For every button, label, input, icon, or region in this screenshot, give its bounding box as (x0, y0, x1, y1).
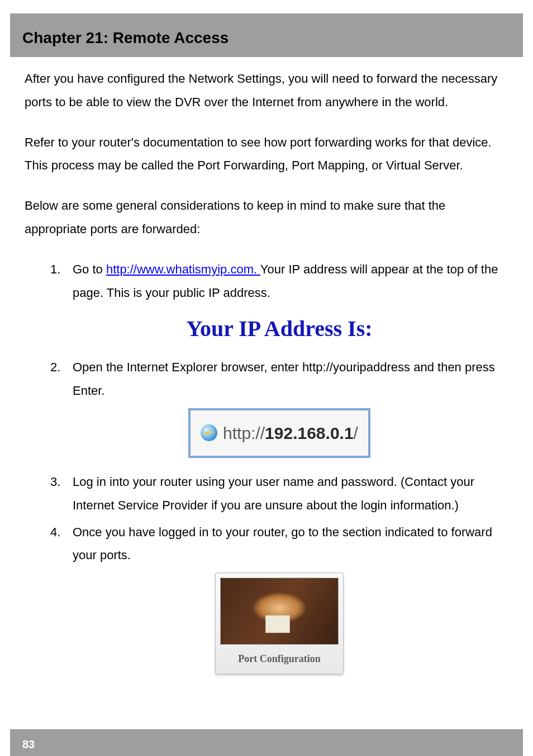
address-bar-figure: http://192.168.0.1/ (50, 408, 508, 458)
content-area: After you have configured the Network Se… (0, 57, 533, 674)
list-body: Open the Internet Explorer browser, ente… (73, 356, 508, 403)
paragraph-intro-3: Below are some general considerations to… (25, 194, 508, 241)
steps-list: 1. Go to http://www.whatismyip.com. Your… (25, 258, 508, 675)
list-number: 4. (50, 521, 73, 568)
list-number: 1. (50, 258, 73, 305)
list-item: 2. Open the Internet Explorer browser, e… (50, 356, 508, 403)
page: Chapter 21: Remote Access After you have… (0, 13, 533, 756)
browser-address-bar: http://192.168.0.1/ (188, 408, 370, 458)
page-number: 83 (22, 738, 35, 751)
url-suffix: / (354, 424, 358, 442)
port-config-image (220, 578, 339, 645)
port-config-card: Port Configuration (215, 573, 344, 674)
url-prefix: http:// (223, 424, 265, 442)
list-item: 3. Log in into your router using your us… (50, 470, 508, 517)
list-number: 3. (50, 470, 73, 517)
list-number: 2. (50, 356, 73, 403)
paragraph-intro-1: After you have configured the Network Se… (25, 67, 508, 114)
url-ip: 192.168.0.1 (265, 424, 353, 442)
text-segment: Go to (73, 262, 106, 276)
internet-explorer-icon (201, 424, 217, 441)
list-item: 1. Go to http://www.whatismyip.com. Your… (50, 258, 508, 305)
your-ip-heading-figure: Your IP Address Is: (50, 308, 508, 350)
whatismyip-link[interactable]: http://www.whatismyip.com. (106, 262, 260, 276)
port-config-caption: Port Configuration (220, 649, 339, 668)
url-text: http://192.168.0.1/ (223, 417, 358, 449)
chapter-header: Chapter 21: Remote Access (10, 13, 523, 57)
list-body: Go to http://www.whatismyip.com. Your IP… (73, 258, 508, 305)
list-item: 4. Once you have logged in to your route… (50, 521, 508, 568)
chapter-title: Chapter 21: Remote Access (22, 29, 511, 47)
page-footer: 83 (10, 729, 523, 756)
paragraph-intro-2: Refer to your router's documentation to … (25, 131, 508, 178)
list-body: Once you have logged in to your router, … (73, 521, 508, 568)
list-body: Log in into your router using your user … (73, 470, 508, 517)
port-config-figure: Port Configuration (50, 573, 508, 674)
